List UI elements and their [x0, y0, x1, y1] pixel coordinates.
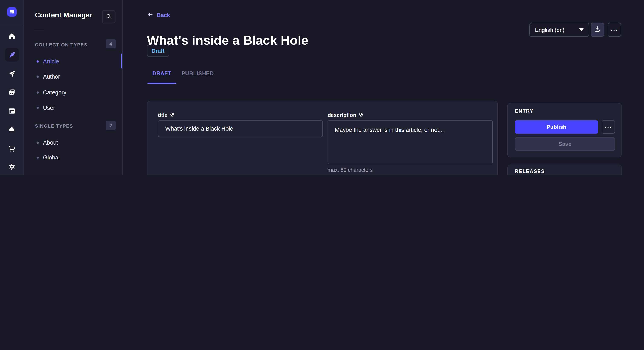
media-library-icon[interactable] — [0, 85, 24, 100]
search-button[interactable] — [102, 10, 115, 23]
status-badge: Draft — [147, 45, 169, 57]
globe-icon — [170, 112, 175, 118]
chevron-down-icon — [579, 28, 584, 31]
bullet-icon — [37, 91, 39, 93]
strapi-logo-icon[interactable] — [7, 7, 16, 16]
back-arrow-icon — [147, 11, 153, 19]
app-root: KD Content Manager COLLECTION TYPES 4 Ar… — [0, 0, 644, 175]
settings-gear-icon[interactable] — [0, 160, 24, 174]
edit-form-card: title What's inside a Black Hole descrip… — [147, 101, 498, 175]
cloud-icon[interactable] — [0, 122, 24, 137]
sidebar-item-about[interactable]: About — [24, 136, 122, 149]
back-link[interactable]: Back — [147, 11, 170, 19]
description-textarea[interactable]: Maybe the answer is in this article, or … — [328, 120, 493, 164]
tab-draft[interactable]: DRAFT — [147, 69, 176, 78]
main-content: Back What's inside a Black Hole English … — [123, 0, 644, 175]
home-icon[interactable] — [0, 29, 24, 43]
sidebar-item-author[interactable]: Author — [24, 70, 122, 83]
section-single-types: SINGLE TYPES — [35, 123, 73, 128]
sidebar-item-user[interactable]: User — [24, 101, 122, 114]
bullet-icon — [37, 107, 39, 109]
title-field-label: title — [158, 112, 175, 118]
save-button[interactable]: Save — [515, 137, 615, 151]
sidebar-item-article[interactable]: Article — [24, 55, 122, 68]
ellipsis-icon: ··· — [610, 26, 618, 33]
title-input[interactable]: What's inside a Black Hole — [158, 120, 323, 137]
bullet-icon — [37, 75, 39, 78]
entry-more-options-button[interactable]: ··· — [602, 120, 615, 134]
description-field-label: description — [328, 112, 364, 118]
page-root: KD Content Manager COLLECTION TYPES 4 Ar… — [0, 0, 644, 175]
content-manager-feather-icon[interactable] — [0, 48, 24, 62]
download-icon — [594, 25, 601, 34]
content-manager-subnav: Content Manager COLLECTION TYPES 4 Artic… — [24, 0, 123, 175]
publish-button[interactable]: Publish — [515, 120, 598, 134]
globe-icon — [359, 112, 364, 118]
content-type-builder-icon[interactable] — [0, 104, 24, 118]
bullet-icon — [37, 156, 39, 159]
entry-panel-title: ENTRY — [515, 108, 534, 114]
page-title: What's inside a Black Hole — [147, 33, 308, 48]
subnav-title: Content Manager — [35, 11, 92, 19]
releases-panel: RELEASES Will be published in Spring Sum… — [507, 165, 622, 175]
sidebar-item-category[interactable]: Category — [24, 86, 122, 99]
ellipsis-icon: ··· — [604, 124, 612, 130]
collection-types-count: 4 — [106, 39, 116, 48]
releases-panel-title: RELEASES — [515, 169, 545, 174]
header-more-options-button[interactable]: ··· — [608, 23, 621, 37]
search-icon — [106, 13, 112, 21]
bullet-icon — [37, 60, 39, 62]
releases-plane-icon[interactable] — [0, 67, 24, 81]
active-tab-indicator — [147, 82, 176, 84]
description-hint: max. 80 characters — [328, 167, 373, 173]
rail-divider — [0, 24, 24, 24]
section-collection-types: COLLECTION TYPES — [35, 42, 88, 47]
export-download-button[interactable] — [591, 23, 604, 37]
tab-published[interactable]: PUBLISHED — [178, 69, 217, 78]
subnav-divider — [34, 30, 44, 30]
sidebar-item-global[interactable]: Global — [24, 151, 122, 164]
marketplace-cart-icon[interactable] — [0, 142, 24, 156]
locale-select[interactable]: English (en) — [530, 23, 589, 37]
single-types-count: 2 — [106, 121, 116, 130]
main-nav-rail: KD — [0, 0, 24, 175]
bullet-icon — [37, 141, 39, 144]
active-item-indicator — [121, 54, 122, 68]
entry-panel: ENTRY Publish ··· Save — [507, 103, 622, 157]
